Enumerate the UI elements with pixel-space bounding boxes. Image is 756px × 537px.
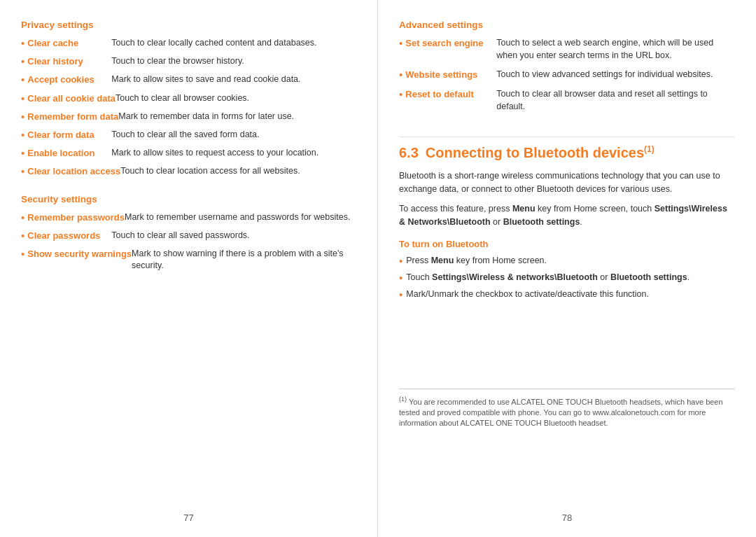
privacy-list-item: • Clear all cookie data Touch to clear a… [21,92,356,105]
setting-term: Clear cache [27,37,111,50]
right-column: Advanced settings • Set search engine To… [378,0,756,537]
bt-item-text: Mark/Unmark the checkbox to activate/dea… [406,288,649,301]
security-list-item: • Show security warnings Mark to show wa… [21,248,356,272]
left-column: Privacy settings • Clear cache Touch to … [0,0,378,537]
footnote: (1)You are recommended to use ALCATEL ON… [399,395,735,429]
setting-desc: Mark to remember data in forms for later… [118,111,294,123]
divider [399,137,735,137]
access-bold-btsettings: Bluetooth settings [503,217,580,227]
access-text-1: To access this feature, press [399,204,512,214]
footnote-num: (1) [399,396,407,403]
advanced-settings-list: • Set search engine Touch to select a we… [399,37,735,120]
bullet-icon: • [399,88,402,101]
setting-desc: Mark to remember username and passwords … [125,211,350,224]
bluetooth-list: •Press Menu key from Home screen.•Touch … [399,255,735,305]
security-settings-list: • Remember passwords Mark to remember us… [21,211,356,278]
adv-list-item: • Set search engine Touch to select a we… [399,37,735,62]
adv-term: Reset to default [405,88,496,101]
setting-desc: Touch to clear the browser history. [111,55,244,68]
setting-term: Clear location access [27,165,120,178]
setting-desc: Touch to clear all the saved form data. [111,129,259,141]
bullet-icon: • [399,288,402,301]
setting-desc: Mark to show warning if there is a probl… [132,248,356,272]
setting-term: Remember passwords [27,211,125,224]
chapter-number: 6.3 [399,145,419,161]
bullet-icon: • [399,272,402,284]
setting-term: Clear form data [27,129,111,141]
adv-term: Set search engine [405,37,496,50]
access-text-3: or [491,217,503,227]
adv-term: Website settings [405,69,496,81]
page-number-right: 78 [399,505,735,523]
footnote-section: (1)You are recommended to use ALCATEL ON… [399,389,735,429]
setting-term: Clear history [27,55,111,68]
bullet-icon: • [21,37,24,50]
security-list-item: • Remember passwords Mark to remember us… [21,211,356,224]
intro-text: Bluetooth is a short-range wireless comm… [399,169,735,196]
bt-list-item: •Press Menu key from Home screen. [399,255,735,267]
privacy-list-item: • Clear cache Touch to clear locally cac… [21,37,356,50]
page-number-left: 77 [21,505,356,523]
privacy-heading: Privacy settings [21,20,356,30]
page-container: Privacy settings • Clear cache Touch to … [0,0,756,537]
bullet-icon: • [21,230,24,242]
setting-desc: Mark to allow sites to save and read coo… [111,74,300,86]
setting-term: Clear all cookie data [27,92,115,105]
bullet-icon: • [399,255,402,267]
privacy-list-item: • Accept cookies Mark to allow sites to … [21,74,356,86]
access-text-2: key from Home screen, touch [536,204,654,214]
bullet-icon: • [21,74,24,86]
adv-list-item: • Reset to default Touch to clear all br… [399,88,735,113]
privacy-list-item: • Clear form data Touch to clear all the… [21,129,356,141]
bullet-icon: • [21,165,24,178]
privacy-list-item: • Remember form data Mark to remember da… [21,111,356,123]
bullet-icon: • [21,248,24,260]
bt-list-item: •Mark/Unmark the checkbox to activate/de… [399,288,735,301]
advanced-heading: Advanced settings [399,20,735,30]
bt-list-item: •Touch Settings\Wireless & networks\Blue… [399,272,735,284]
bullet-icon: • [21,92,24,105]
bullet-icon: • [21,129,24,141]
access-text: To access this feature, press Menu key f… [399,202,735,229]
bullet-icon: • [399,37,402,50]
setting-term: Show security warnings [27,248,132,260]
setting-term: Clear passwords [27,230,111,242]
chapter-heading: 6.3 Connecting to Bluetooth devices(1) [399,144,735,161]
privacy-list-item: • Clear history Touch to clear the brows… [21,55,356,68]
setting-desc: Touch to clear locally cached content an… [111,37,316,50]
bullet-icon: • [399,69,402,81]
bullet-icon: • [21,55,24,68]
privacy-settings-list: • Clear cache Touch to clear locally cac… [21,37,356,184]
access-text-4: . [580,217,582,227]
setting-term: Enable location [27,147,111,160]
setting-term: Remember form data [27,111,118,123]
adv-list-item: • Website settings Touch to view advance… [399,69,735,81]
footnote-text: You are recommended to use ALCATEL ONE T… [399,398,723,428]
adv-desc: Touch to clear all browser data and rese… [496,88,735,113]
setting-desc: Touch to clear location access for all w… [120,165,300,178]
security-heading: Security settings [21,194,356,204]
adv-desc: Touch to view advanced settings for indi… [496,69,713,81]
security-list-item: • Clear passwords Touch to clear all sav… [21,230,356,242]
setting-desc: Touch to clear all saved passwords. [111,230,249,242]
adv-desc: Touch to select a web search engine, whi… [496,37,735,62]
access-bold-menu: Menu [512,204,536,214]
setting-desc: Mark to allow sites to request access to… [111,147,318,160]
bullet-icon: • [21,147,24,160]
setting-term: Accept cookies [27,74,111,86]
bullet-icon: • [21,211,24,224]
bt-item-text: Touch Settings\Wireless & networks\Bluet… [406,272,690,284]
bluetooth-heading: To turn on Bluetooth [399,239,735,249]
setting-desc: Touch to clear all browser cookies. [115,92,249,105]
bt-item-text: Press Menu key from Home screen. [406,255,547,267]
bullet-icon: • [21,111,24,123]
privacy-list-item: • Clear location access Touch to clear l… [21,165,356,178]
chapter-title: Connecting to Bluetooth devices(1) [426,144,654,161]
privacy-list-item: • Enable location Mark to allow sites to… [21,147,356,160]
